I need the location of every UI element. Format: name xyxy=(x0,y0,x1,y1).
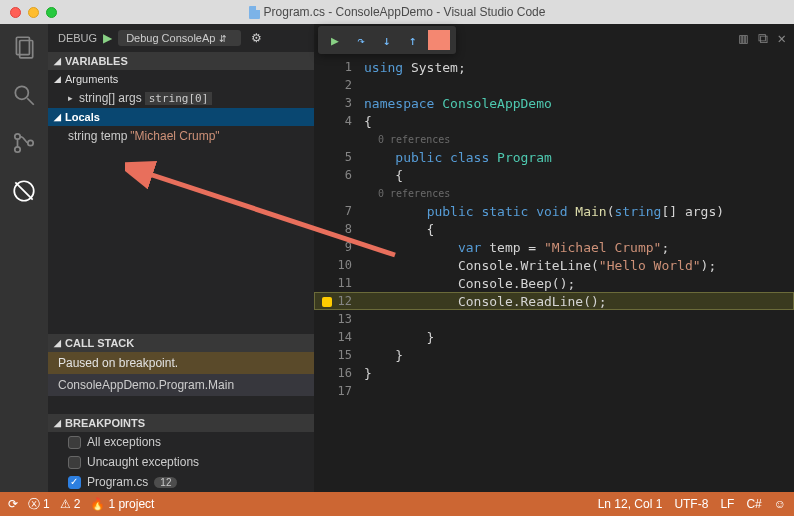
search-icon[interactable] xyxy=(11,82,37,112)
code-line[interactable]: 9 var temp = "Michael Crump"; xyxy=(314,238,794,256)
debug-config-select[interactable]: Debug ConsoleAp xyxy=(118,30,241,46)
code-line[interactable]: 16} xyxy=(314,364,794,382)
svg-line-8 xyxy=(15,182,32,199)
code-line[interactable]: 8 { xyxy=(314,220,794,238)
activity-bar xyxy=(0,24,48,492)
code-line[interactable]: 1using System; xyxy=(314,58,794,76)
callstack-status: Paused on breakpoint. xyxy=(48,352,314,374)
code-line[interactable]: 14 } xyxy=(314,328,794,346)
svg-point-6 xyxy=(28,140,33,145)
code-line[interactable]: 17 xyxy=(314,382,794,400)
continue-button[interactable]: ▶ xyxy=(324,30,346,50)
arguments-section[interactable]: ◢Arguments xyxy=(48,70,314,88)
code-line[interactable]: 10 Console.WriteLine("Hello World"); xyxy=(314,256,794,274)
locals-section[interactable]: ◢Locals xyxy=(48,108,314,126)
variable-row[interactable]: string temp "Michael Crump" xyxy=(48,126,314,146)
cursor-position[interactable]: Ln 12, Col 1 xyxy=(598,497,663,511)
variable-value: "Michael Crump" xyxy=(130,129,219,143)
breakpoint-row[interactable]: All exceptions xyxy=(48,432,314,452)
code-line[interactable]: 5 public class Program xyxy=(314,148,794,166)
debug-header: DEBUG ▶ Debug ConsoleAp ⚙ xyxy=(48,24,314,52)
variables-section[interactable]: ◢VARIABLES xyxy=(48,52,314,70)
svg-point-5 xyxy=(15,147,20,152)
errors-status[interactable]: ⓧ 1 xyxy=(28,496,50,513)
eol[interactable]: LF xyxy=(720,497,734,511)
checkbox[interactable] xyxy=(68,456,81,469)
callstack-section[interactable]: ◢CALL STACK xyxy=(48,334,314,352)
status-bar: ⟳ ⓧ 1 ⚠ 2 🔥 1 project Ln 12, Col 1 UTF-8… xyxy=(0,492,794,516)
window-title: Program.cs - ConsoleAppDemo - Visual Stu… xyxy=(0,5,794,19)
split-editor-icon[interactable]: ▥ xyxy=(739,30,747,47)
breakpoint-row[interactable]: Uncaught exceptions xyxy=(48,452,314,472)
svg-line-3 xyxy=(27,98,34,105)
debug-sidebar: DEBUG ▶ Debug ConsoleAp ⚙ ◢VARIABLES ◢Ar… xyxy=(48,24,314,492)
code-line[interactable]: 15 } xyxy=(314,346,794,364)
window-title-text: Program.cs - ConsoleAppDemo - Visual Stu… xyxy=(264,5,546,19)
checkbox-checked[interactable] xyxy=(68,476,81,489)
line-badge: 12 xyxy=(154,477,177,488)
code-line[interactable]: 3namespace ConsoleAppDemo xyxy=(314,94,794,112)
projects-status[interactable]: 🔥 1 project xyxy=(90,497,154,511)
code-area[interactable]: 1using System;23namespace ConsoleAppDemo… xyxy=(314,24,794,400)
breakpoints-section[interactable]: ◢BREAKPOINTS xyxy=(48,414,314,432)
step-out-button[interactable]: ↑ xyxy=(402,30,424,50)
code-line[interactable]: 12 Console.ReadLine(); xyxy=(314,292,794,310)
svg-point-4 xyxy=(15,134,20,139)
variable-type: string[0] xyxy=(145,92,213,105)
settings-icon[interactable]: ⚙ xyxy=(251,31,262,45)
feedback-icon[interactable]: ☺ xyxy=(774,497,786,511)
variable-name: string temp xyxy=(68,129,127,143)
code-line[interactable]: 7 public static void Main(string[] args) xyxy=(314,202,794,220)
code-line[interactable]: 4{ xyxy=(314,112,794,130)
language-mode[interactable]: C# xyxy=(746,497,761,511)
warnings-status[interactable]: ⚠ 2 xyxy=(60,497,81,511)
start-debug-button[interactable]: ▶ xyxy=(103,31,112,45)
variable-row[interactable]: ▸ string[] args string[0] xyxy=(48,88,314,108)
checkbox[interactable] xyxy=(68,436,81,449)
code-line[interactable]: 6 { xyxy=(314,166,794,184)
svg-point-2 xyxy=(15,86,28,99)
step-over-button[interactable]: ↷ xyxy=(350,30,372,50)
step-into-button[interactable]: ↓ xyxy=(376,30,398,50)
more-icon[interactable]: ⧉ xyxy=(758,30,768,47)
code-line[interactable]: 11 Console.Beep(); xyxy=(314,274,794,292)
close-editor-icon[interactable]: ✕ xyxy=(778,30,786,47)
source-control-icon[interactable] xyxy=(11,130,37,160)
breakpoint-row[interactable]: Program.cs12 xyxy=(48,472,314,492)
file-icon xyxy=(249,6,260,19)
callstack-frame[interactable]: ConsoleAppDemo.Program.Main xyxy=(48,374,314,396)
debug-title: DEBUG xyxy=(58,32,97,44)
encoding[interactable]: UTF-8 xyxy=(674,497,708,511)
debug-toolbar: ▶ ↷ ↓ ↑ xyxy=(318,26,456,54)
code-line[interactable]: 13 xyxy=(314,310,794,328)
editor-actions: ▥ ⧉ ✕ xyxy=(739,30,786,47)
stop-button[interactable] xyxy=(428,30,450,50)
editor[interactable]: ▶ ↷ ↓ ↑ ▥ ⧉ ✕ 1using System;23namespace … xyxy=(314,24,794,492)
debug-icon[interactable] xyxy=(11,178,37,208)
sync-icon[interactable]: ⟳ xyxy=(8,497,18,511)
code-line[interactable]: 2 xyxy=(314,76,794,94)
explorer-icon[interactable] xyxy=(11,34,37,64)
titlebar: Program.cs - ConsoleAppDemo - Visual Stu… xyxy=(0,0,794,24)
variable-name: string[] args xyxy=(79,91,142,105)
